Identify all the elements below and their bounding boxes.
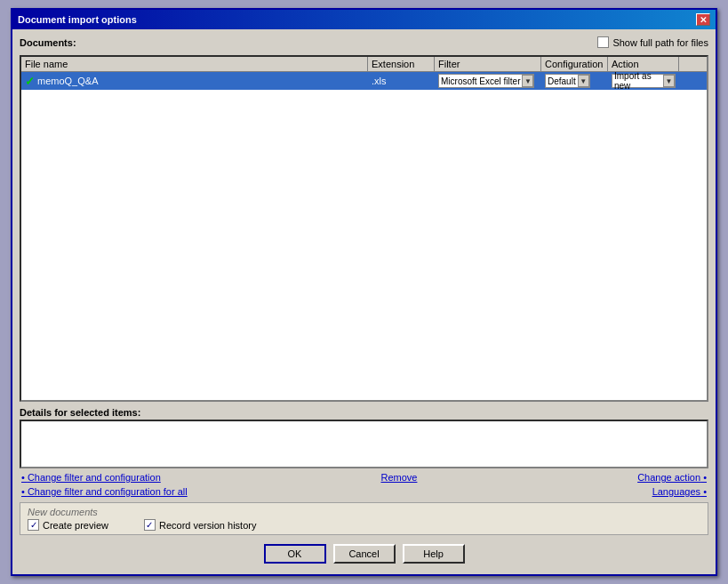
change-filter-all-link[interactable]: Change filter and configuration for all [21, 486, 188, 497]
config-dropdown-arrow[interactable]: ▼ [578, 75, 589, 87]
buttons-row: OK Cancel Help [20, 537, 708, 567]
table-header: File name Extension Filter Configuration… [21, 57, 707, 72]
change-filter-link[interactable]: Change filter and configuration [21, 472, 161, 483]
links-row-2: Change filter and configuration for all … [20, 486, 708, 500]
row-checkmark: ✓ [25, 75, 35, 88]
create-preview-item: ✓ Create preview [28, 519, 108, 531]
filter-dropdown-arrow[interactable]: ▼ [522, 75, 533, 87]
close-button[interactable]: ✕ [696, 13, 710, 26]
filter-select[interactable]: Microsoft Excel filter ▼ [438, 74, 534, 88]
show-full-path-checkbox[interactable] [597, 36, 609, 48]
links-row-1: Change filter and configuration Remove C… [20, 468, 708, 486]
config-value: Default [546, 76, 578, 86]
extension-value: .xls [372, 76, 387, 86]
th-action: Action [608, 57, 679, 71]
action-value: Import as new [612, 71, 663, 91]
documents-label: Documents: [20, 37, 76, 48]
checkboxes-row: ✓ Create preview ✓ Record version histor… [28, 519, 700, 531]
window-body: Documents: Show full path for files File… [12, 29, 716, 574]
show-full-path-label: Show full path for files [612, 37, 708, 48]
new-documents-label: New documents [28, 507, 700, 517]
help-button[interactable]: Help [403, 544, 465, 564]
td-filename: ✓ memoQ_Q&A [21, 74, 368, 89]
th-extension: Extension [368, 57, 435, 71]
details-section: Details for selected items: [20, 407, 708, 468]
window-title: Document import options [18, 14, 137, 25]
action-select[interactable]: Import as new ▼ [612, 74, 676, 88]
show-full-path-container: Show full path for files [597, 36, 708, 48]
th-filter: Filter [435, 57, 541, 71]
action-dropdown-arrow[interactable]: ▼ [663, 75, 675, 87]
remove-link[interactable]: Remove [380, 472, 417, 483]
td-configuration: Default ▼ [541, 73, 608, 89]
create-preview-checkbox[interactable]: ✓ [28, 519, 39, 531]
filter-value: Microsoft Excel filter [439, 76, 522, 86]
th-filename: File name [21, 57, 368, 71]
cancel-button[interactable]: Cancel [333, 544, 396, 564]
details-label: Details for selected items: [20, 407, 708, 418]
td-action: Import as new ▼ [608, 73, 679, 89]
record-version-checkbox[interactable]: ✓ [144, 519, 156, 531]
th-configuration: Configuration [541, 57, 608, 71]
documents-panel: File name Extension Filter Configuration… [20, 55, 708, 402]
main-window: Document import options ✕ Documents: Sho… [11, 8, 717, 576]
change-action-link[interactable]: Change action • [637, 472, 707, 483]
title-bar-buttons: ✕ [696, 13, 710, 26]
td-extension: .xls [368, 75, 435, 87]
create-preview-label: Create preview [43, 520, 108, 531]
details-box [20, 420, 708, 468]
table-row[interactable]: ✓ memoQ_Q&A .xls Microsoft Excel filter … [21, 72, 707, 90]
record-version-item: ✓ Record version history [144, 519, 256, 531]
title-bar: Document import options ✕ [12, 10, 716, 29]
languages-link[interactable]: Languages • [652, 486, 707, 497]
ok-button[interactable]: OK [264, 544, 326, 564]
new-documents-section: New documents ✓ Create preview ✓ Record … [20, 502, 708, 535]
filename-value: memoQ_Q&A [37, 76, 98, 86]
config-select[interactable]: Default ▼ [545, 74, 590, 88]
record-version-label: Record version history [159, 520, 256, 531]
td-filter: Microsoft Excel filter ▼ [435, 73, 541, 89]
